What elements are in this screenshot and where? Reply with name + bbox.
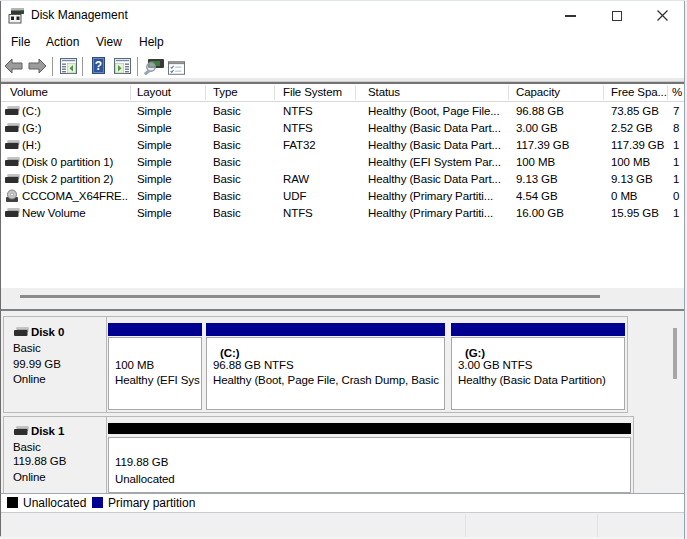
svg-text:?: ? — [94, 59, 101, 73]
